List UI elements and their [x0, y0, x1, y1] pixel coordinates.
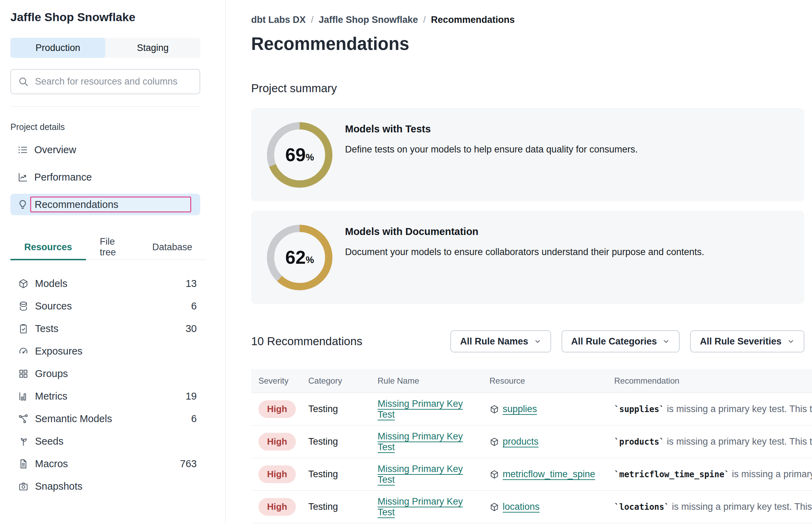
resource-code: `supplies`	[614, 404, 664, 414]
list-icon	[17, 145, 28, 155]
lightbulb-icon	[17, 199, 28, 210]
resource-link[interactable]: locations	[503, 501, 540, 512]
sidebar-item-label: Performance	[34, 172, 92, 183]
rule-severities-filter-dropdown[interactable]: All Rule Severities	[690, 330, 804, 352]
recommendation-cell: `supplies` is missing a primary key test…	[607, 404, 812, 414]
dropdown-label: All Rule Categories	[571, 336, 657, 347]
resource-code: `locations`	[614, 502, 669, 512]
sidebar-item-metrics[interactable]: Metrics 19	[10, 385, 204, 408]
tab-staging[interactable]: Staging	[105, 38, 200, 58]
resource-count: 6	[191, 413, 197, 425]
search-input[interactable]	[34, 76, 193, 87]
tab-database[interactable]: Database	[138, 235, 206, 260]
donut-percent-value: 62	[285, 247, 306, 268]
resource-code: `products`	[614, 437, 664, 447]
bar-chart-icon	[18, 391, 29, 402]
file-text-icon	[18, 458, 29, 469]
recommendation-cell: `metricflow_time_spine` is missing a pri…	[607, 469, 812, 480]
resource-label: Tests	[35, 323, 59, 334]
sidebar-item-exposures[interactable]: Exposures	[10, 340, 204, 363]
resource-link[interactable]: products	[503, 436, 539, 447]
resource-code: `metricflow_time_spine`	[614, 470, 729, 479]
sprout-icon	[18, 436, 29, 447]
resource-link[interactable]: supplies	[503, 404, 537, 414]
severity-badge: High	[258, 465, 296, 483]
column-header-recommendation: Recommendation	[607, 376, 812, 386]
resource-label: Seeds	[35, 436, 63, 447]
card-text: Models with Tests Define tests on your m…	[345, 108, 638, 155]
tab-production[interactable]: Production	[10, 38, 105, 58]
project-title: Jaffle Shop Snowflake	[10, 10, 215, 24]
summary-card-tests: 69 % Models with Tests Define tests on y…	[251, 108, 804, 201]
sidebar-item-recommendations[interactable]: Recommendations	[10, 194, 200, 215]
tab-resources[interactable]: Resources	[10, 235, 86, 260]
sidebar-item-groups[interactable]: Groups	[10, 363, 204, 385]
breadcrumb-separator: /	[311, 15, 314, 25]
sidebar-item-tests[interactable]: Tests 30	[10, 317, 204, 340]
rule-categories-filter-dropdown[interactable]: All Rule Categories	[562, 330, 680, 352]
rule-name-link[interactable]: Missing Primary Key Test	[378, 399, 463, 420]
selected-item-focus-outline: Recommendations	[30, 196, 191, 212]
card-title: Models with Documentation	[345, 226, 704, 237]
donut-percent-label: 69 %	[267, 122, 333, 188]
recommendations-table: Severity Category Rule Name Resource Rec…	[251, 369, 812, 523]
recommendation-text: is missing a primary key test. This tes	[669, 501, 812, 512]
recommendation-text: is missing a primary key test. This test	[664, 436, 812, 447]
sidebar-item-macros[interactable]: Macros 763	[10, 453, 204, 475]
card-description: Document your models to ensure collabora…	[345, 247, 704, 257]
sidebar-item-semantic-models[interactable]: Semantic Models 6	[10, 408, 204, 430]
donut-percent-label: 62 %	[267, 225, 333, 290]
dropdown-label: All Rule Severities	[700, 336, 782, 347]
table-row: High Testing Missing Primary Key Test lo…	[251, 491, 812, 523]
sidebar-item-overview[interactable]: Overview	[10, 139, 200, 160]
sidebar-item-sources[interactable]: Sources 6	[10, 295, 204, 317]
resource-count: 763	[180, 458, 197, 470]
rule-name-link[interactable]: Missing Primary Key Test	[378, 496, 463, 517]
sidebar-item-models[interactable]: Models 13	[10, 272, 204, 295]
resource-count: 19	[186, 391, 197, 402]
rule-name-link[interactable]: Missing Primary Key Test	[378, 464, 463, 485]
cube-icon	[18, 278, 29, 289]
sidebar: Jaffle Shop Snowflake Production Staging…	[0, 0, 226, 524]
rule-name-link[interactable]: Missing Primary Key Test	[378, 431, 463, 452]
rule-names-filter-dropdown[interactable]: All Rule Names	[450, 330, 551, 352]
cube-icon	[489, 470, 499, 479]
resource-label: Macros	[35, 458, 68, 470]
resource-label: Sources	[35, 300, 72, 312]
resource-link[interactable]: metricflow_time_spine	[503, 469, 595, 480]
card-text: Models with Documentation Document your …	[345, 211, 704, 257]
gauge-icon	[18, 346, 29, 357]
sidebar-item-label: Recommendations	[35, 199, 118, 210]
donut-chart-tests: 69 %	[267, 122, 333, 188]
sidebar-item-performance[interactable]: Performance	[10, 166, 200, 188]
filter-bar: All Rule Names All Rule Categories All R…	[450, 330, 804, 352]
main-content: dbt Labs DX / Jaffle Shop Snowflake / Re…	[226, 0, 812, 524]
sidebar-item-snapshots[interactable]: Snapshots	[10, 475, 204, 498]
table-row: High Testing Missing Primary Key Test me…	[251, 458, 812, 491]
tab-file-tree[interactable]: File tree	[86, 235, 138, 260]
breadcrumb-account[interactable]: dbt Labs DX	[251, 15, 306, 25]
recommendations-header: 10 Recommendations All Rule Names All Ru…	[251, 330, 804, 352]
cube-icon	[489, 437, 499, 447]
column-header-rule-name: Rule Name	[370, 376, 482, 386]
breadcrumb-separator: /	[423, 15, 426, 25]
dropdown-label: All Rule Names	[460, 336, 528, 347]
chevron-down-icon	[787, 338, 795, 345]
severity-badge: High	[258, 433, 296, 451]
donut-percent-value: 69	[285, 144, 306, 165]
resource-label: Models	[35, 278, 68, 289]
sidebar-item-label: Overview	[34, 144, 76, 156]
project-details-label: Project details	[10, 122, 215, 132]
donut-chart-documentation: 62 %	[267, 225, 333, 290]
resource-count: 30	[186, 323, 197, 334]
resource-count: 6	[191, 300, 197, 312]
table-row: High Testing Missing Primary Key Test pr…	[251, 426, 812, 458]
database-icon	[18, 301, 29, 312]
breadcrumb-current: Recommendations	[431, 15, 515, 25]
recommendation-text: is missing a primary key test. This test	[664, 404, 812, 414]
breadcrumb-project[interactable]: Jaffle Shop Snowflake	[319, 15, 418, 25]
severity-badge: High	[258, 498, 296, 516]
resource-count: 13	[186, 278, 197, 289]
chevron-down-icon	[662, 338, 670, 345]
sidebar-item-seeds[interactable]: Seeds	[10, 430, 204, 453]
